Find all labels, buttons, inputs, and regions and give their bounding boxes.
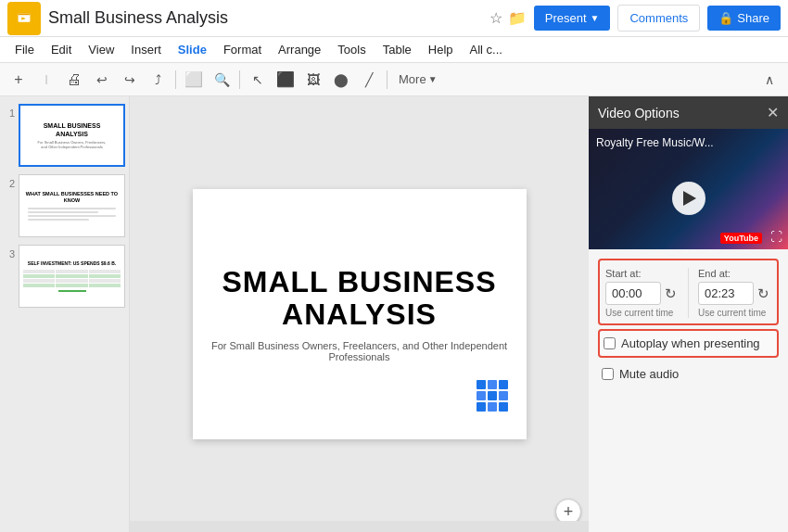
toolbar-zoom[interactable]: 🔍 — [209, 67, 235, 93]
start-time-field: Start at: ↻ Use current time — [605, 268, 679, 318]
video-panel-title: Video Options — [598, 106, 680, 120]
menu-view[interactable]: View — [81, 40, 121, 59]
bottom-scrollbar[interactable] — [130, 521, 589, 532]
slide-1-title: SMALL BUSINESSANALYSIS — [44, 121, 101, 138]
slide-thumb-2[interactable]: 2 WHAT SMALL BUSINESSES NEED TOKNOW — [4, 174, 125, 237]
video-icon-cell-7 — [477, 402, 486, 412]
video-icon-cell-2 — [488, 380, 497, 389]
toolbar-image[interactable]: 🖼 — [300, 67, 326, 93]
slides-panel: 1 SMALL BUSINESSANALYSIS For Small Busin… — [0, 96, 130, 532]
start-reset-icon[interactable]: ↻ — [665, 285, 677, 302]
start-label: Start at: — [605, 268, 679, 279]
toolbar-textbox[interactable]: ⬛ — [273, 67, 299, 93]
more-dropdown-icon: ▼ — [428, 74, 438, 84]
video-panel-header: Video Options ✕ — [589, 96, 788, 129]
mute-label: Mute audio — [619, 367, 679, 381]
slide-thumb-1[interactable]: 1 SMALL BUSINESSANALYSIS For Small Busin… — [4, 104, 125, 167]
slide-preview-1[interactable]: SMALL BUSINESSANALYSIS For Small Busines… — [19, 104, 125, 167]
slide-3-table — [23, 270, 121, 287]
menu-bar: File Edit View Insert Slide Format Arran… — [0, 37, 788, 63]
slide-num-1: 1 — [4, 104, 15, 119]
video-icon-cell-1 — [477, 380, 486, 389]
end-input-row: ↻ — [698, 282, 771, 305]
end-time-field: End at: ↻ Use current time — [698, 268, 771, 318]
fullscreen-icon[interactable]: ⛶ — [770, 230, 782, 244]
video-icon-cell-6 — [499, 391, 508, 400]
toolbar-shape[interactable]: ⬤ — [328, 67, 354, 93]
menu-allc[interactable]: All c... — [463, 40, 510, 59]
toolbar-layout[interactable]: ⬜ — [181, 67, 207, 93]
main-area: 1 SMALL BUSINESSANALYSIS For Small Busin… — [0, 96, 788, 532]
end-label: End at: — [698, 268, 771, 279]
share-button[interactable]: 🔒 Share — [707, 6, 781, 31]
present-dropdown-arrow: ▼ — [591, 13, 600, 23]
slide-num-3: 3 — [4, 245, 15, 260]
slide-3-bar — [58, 290, 86, 292]
slide-2-content — [28, 208, 116, 221]
video-icon-cell-4 — [477, 391, 486, 400]
comments-button[interactable]: Comments — [617, 5, 700, 32]
toolbar-divider-btn: | — [33, 67, 59, 93]
start-time-input[interactable] — [605, 282, 661, 305]
menu-tools[interactable]: Tools — [330, 40, 373, 59]
slide-2-title: WHAT SMALL BUSINESSES NEED TOKNOW — [26, 191, 118, 204]
menu-help[interactable]: Help — [421, 40, 461, 59]
slide-1-subtitle: For Small Business Owners, Freelancers,a… — [38, 140, 107, 149]
play-triangle-icon — [683, 191, 696, 206]
video-icon-cell-5 — [488, 391, 497, 400]
youtube-logo: YouTube — [720, 233, 762, 244]
toolbar-undo[interactable]: ↩ — [89, 67, 115, 93]
menu-table[interactable]: Table — [375, 40, 419, 59]
menu-slide[interactable]: Slide — [171, 40, 214, 59]
video-panel-close-button[interactable]: ✕ — [767, 104, 779, 121]
start-input-row: ↻ — [605, 282, 679, 305]
toolbar-more[interactable]: More ▼ — [392, 70, 444, 89]
toolbar-collapse[interactable]: ∧ — [756, 67, 782, 93]
toolbar-sep-1 — [175, 70, 176, 89]
slide-main-title: SMALL BUSINESSANALYSIS — [222, 266, 496, 331]
folder-icon[interactable]: 📁 — [508, 9, 527, 27]
toolbar-add[interactable]: + — [6, 67, 32, 93]
toolbar-print[interactable]: 🖨 — [61, 67, 87, 93]
video-icon-cell-3 — [499, 380, 508, 389]
menu-file[interactable]: File — [7, 40, 42, 59]
menu-arrange[interactable]: Arrange — [271, 40, 328, 59]
canvas-area: SMALL BUSINESSANALYSIS For Small Busines… — [130, 96, 589, 532]
video-icon-overlay[interactable] — [477, 380, 508, 412]
video-options-content: Start at: ↻ Use current time End at: ↻ U… — [589, 249, 788, 532]
top-right-buttons: Present ▼ Comments 🔒 Share — [534, 5, 781, 32]
time-divider — [688, 268, 689, 318]
menu-insert[interactable]: Insert — [123, 40, 169, 59]
video-thumbnail: Royalty Free Music/W... YouTube ⛶ — [589, 129, 788, 249]
svg-rect-2 — [19, 13, 31, 15]
time-row: Start at: ↻ Use current time End at: ↻ U… — [598, 259, 779, 325]
start-use-current[interactable]: Use current time — [605, 308, 679, 318]
slide-thumb-3[interactable]: 3 SELF INVESTMENT: US SPENDS $9.6 B. — [4, 245, 125, 308]
app-icon — [7, 2, 41, 35]
star-icon[interactable]: ☆ — [489, 9, 502, 27]
autoplay-checkbox[interactable] — [604, 337, 616, 349]
top-bar: Small Business Analysis ☆ 📁 Present ▼ Co… — [0, 0, 788, 37]
end-use-current[interactable]: Use current time — [698, 308, 771, 318]
slide-preview-3[interactable]: SELF INVESTMENT: US SPENDS $9.6 B. — [19, 245, 125, 308]
doc-title: Small Business Analysis — [48, 8, 482, 28]
end-time-input[interactable] — [698, 282, 754, 305]
toolbar-paint[interactable]: ⤴ — [145, 67, 171, 93]
toolbar-line[interactable]: ╱ — [356, 67, 382, 93]
autoplay-label: Autoplay when presenting — [621, 336, 760, 350]
menu-format[interactable]: Format — [216, 40, 269, 59]
video-icon-cell-9 — [499, 402, 508, 412]
slide-3-title: SELF INVESTMENT: US SPENDS $9.6 B. — [28, 260, 116, 267]
slide-canvas[interactable]: SMALL BUSINESSANALYSIS For Small Busines… — [193, 189, 527, 439]
toolbar: + | 🖨 ↩ ↪ ⤴ ⬜ 🔍 ↖ ⬛ 🖼 ⬤ ╱ More ▼ ∧ — [0, 63, 788, 96]
mute-checkbox[interactable] — [602, 368, 614, 380]
toolbar-cursor[interactable]: ↖ — [245, 67, 271, 93]
menu-edit[interactable]: Edit — [44, 40, 79, 59]
slide-preview-2[interactable]: WHAT SMALL BUSINESSES NEED TOKNOW — [19, 174, 125, 237]
present-button[interactable]: Present ▼ — [534, 6, 611, 31]
autoplay-row: Autoplay when presenting — [598, 329, 779, 358]
play-button[interactable] — [672, 182, 705, 215]
video-title-text: Royalty Free Music/W... — [596, 136, 781, 149]
end-reset-icon[interactable]: ↻ — [757, 285, 769, 302]
toolbar-redo[interactable]: ↪ — [117, 67, 143, 93]
